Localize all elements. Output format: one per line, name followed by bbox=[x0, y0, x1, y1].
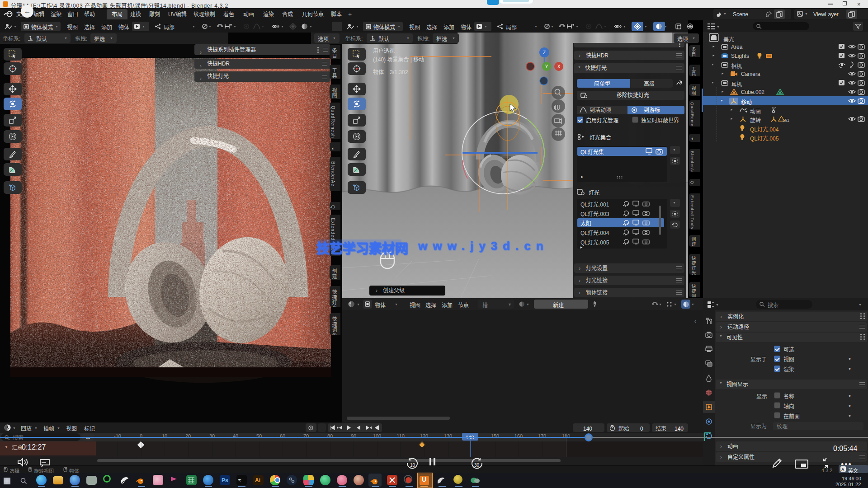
svg-text:10: 10 bbox=[410, 463, 415, 468]
svg-text:Z: Z bbox=[543, 50, 546, 55]
svg-text:X: X bbox=[557, 64, 561, 69]
svg-text:Y: Y bbox=[545, 64, 548, 69]
svg-text:30: 30 bbox=[474, 463, 480, 468]
